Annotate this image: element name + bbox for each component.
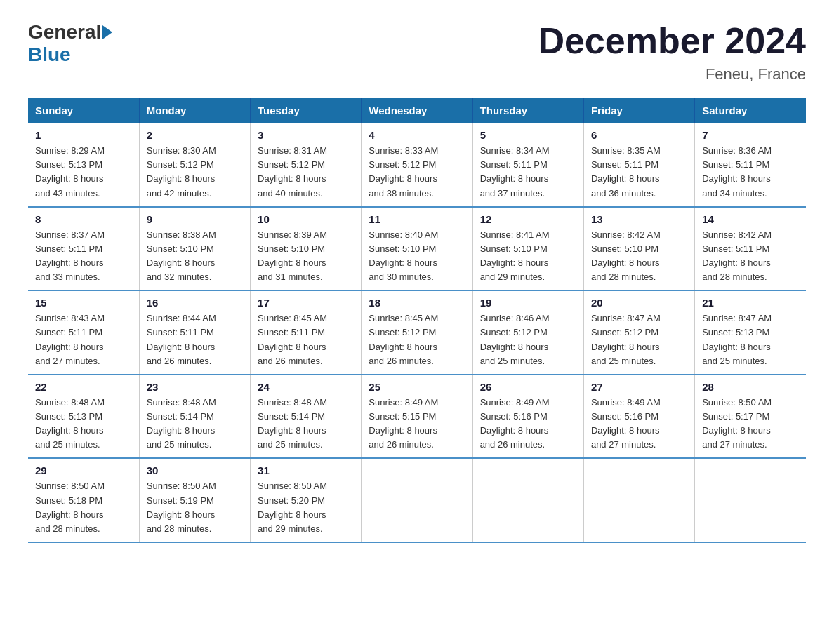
day-info: Sunrise: 8:31 AM Sunset: 5:12 PM Dayligh… (258, 144, 354, 201)
day-number: 3 (258, 129, 354, 141)
header-cell-thursday: Thursday (472, 98, 583, 123)
day-number: 1 (35, 129, 132, 141)
logo-blue-text: Blue (28, 43, 71, 66)
day-number: 5 (480, 129, 576, 141)
day-cell-7: 7Sunrise: 8:36 AM Sunset: 5:11 PM Daylig… (695, 123, 806, 207)
day-cell-12: 12Sunrise: 8:41 AM Sunset: 5:10 PM Dayli… (472, 207, 583, 291)
day-info: Sunrise: 8:35 AM Sunset: 5:11 PM Dayligh… (591, 144, 687, 201)
day-info: Sunrise: 8:47 AM Sunset: 5:13 PM Dayligh… (702, 311, 799, 368)
day-cell-19: 19Sunrise: 8:46 AM Sunset: 5:12 PM Dayli… (472, 290, 583, 375)
logo-general-text: General (28, 21, 101, 43)
day-number: 8 (35, 213, 132, 225)
day-number: 16 (147, 297, 243, 309)
day-info: Sunrise: 8:40 AM Sunset: 5:10 PM Dayligh… (369, 228, 465, 285)
day-number: 31 (258, 464, 354, 476)
day-cell-2: 2Sunrise: 8:30 AM Sunset: 5:12 PM Daylig… (139, 123, 250, 207)
empty-cell (695, 458, 806, 542)
day-info: Sunrise: 8:30 AM Sunset: 5:12 PM Dayligh… (147, 144, 243, 201)
day-cell-14: 14Sunrise: 8:42 AM Sunset: 5:11 PM Dayli… (695, 207, 806, 291)
day-cell-13: 13Sunrise: 8:42 AM Sunset: 5:10 PM Dayli… (583, 207, 694, 291)
week-row-1: 1Sunrise: 8:29 AM Sunset: 5:13 PM Daylig… (28, 123, 806, 207)
day-info: Sunrise: 8:42 AM Sunset: 5:11 PM Dayligh… (702, 228, 799, 285)
day-number: 14 (702, 213, 799, 225)
header-cell-wednesday: Wednesday (362, 98, 472, 123)
day-info: Sunrise: 8:36 AM Sunset: 5:11 PM Dayligh… (702, 144, 799, 201)
day-cell-9: 9Sunrise: 8:38 AM Sunset: 5:10 PM Daylig… (139, 207, 250, 291)
day-number: 13 (591, 213, 687, 225)
day-number: 26 (480, 381, 576, 393)
week-row-2: 8Sunrise: 8:37 AM Sunset: 5:11 PM Daylig… (28, 207, 806, 291)
day-number: 18 (369, 297, 465, 309)
day-cell-24: 24Sunrise: 8:48 AM Sunset: 5:14 PM Dayli… (251, 375, 362, 459)
calendar-table: SundayMondayTuesdayWednesdayThursdayFrid… (28, 98, 806, 543)
week-row-5: 29Sunrise: 8:50 AM Sunset: 5:18 PM Dayli… (28, 458, 806, 542)
day-cell-22: 22Sunrise: 8:48 AM Sunset: 5:13 PM Dayli… (28, 375, 139, 459)
day-info: Sunrise: 8:44 AM Sunset: 5:11 PM Dayligh… (147, 311, 243, 368)
day-number: 27 (591, 381, 687, 393)
day-cell-6: 6Sunrise: 8:35 AM Sunset: 5:11 PM Daylig… (583, 123, 694, 207)
day-number: 17 (258, 297, 354, 309)
page-header: General Blue December 2024 Feneu, France (28, 21, 806, 83)
header-cell-friday: Friday (583, 98, 694, 123)
day-info: Sunrise: 8:45 AM Sunset: 5:11 PM Dayligh… (258, 311, 354, 368)
day-info: Sunrise: 8:39 AM Sunset: 5:10 PM Dayligh… (258, 228, 354, 285)
day-cell-21: 21Sunrise: 8:47 AM Sunset: 5:13 PM Dayli… (695, 290, 806, 375)
day-info: Sunrise: 8:50 AM Sunset: 5:19 PM Dayligh… (147, 479, 243, 536)
day-number: 2 (147, 129, 243, 141)
day-info: Sunrise: 8:48 AM Sunset: 5:14 PM Dayligh… (258, 396, 354, 452)
day-info: Sunrise: 8:46 AM Sunset: 5:12 PM Dayligh… (480, 311, 576, 368)
header-cell-sunday: Sunday (28, 98, 139, 123)
day-info: Sunrise: 8:41 AM Sunset: 5:10 PM Dayligh… (480, 228, 576, 285)
day-cell-8: 8Sunrise: 8:37 AM Sunset: 5:11 PM Daylig… (28, 207, 139, 291)
header-cell-tuesday: Tuesday (251, 98, 362, 123)
day-cell-25: 25Sunrise: 8:49 AM Sunset: 5:15 PM Dayli… (362, 375, 472, 459)
day-number: 9 (147, 213, 243, 225)
day-number: 30 (147, 464, 243, 476)
day-cell-31: 31Sunrise: 8:50 AM Sunset: 5:20 PM Dayli… (251, 458, 362, 542)
day-cell-5: 5Sunrise: 8:34 AM Sunset: 5:11 PM Daylig… (472, 123, 583, 207)
day-cell-27: 27Sunrise: 8:49 AM Sunset: 5:16 PM Dayli… (583, 375, 694, 459)
empty-cell (583, 458, 694, 542)
day-cell-30: 30Sunrise: 8:50 AM Sunset: 5:19 PM Dayli… (139, 458, 250, 542)
week-row-4: 22Sunrise: 8:48 AM Sunset: 5:13 PM Dayli… (28, 375, 806, 459)
day-number: 22 (35, 381, 132, 393)
day-number: 29 (35, 464, 132, 476)
day-cell-10: 10Sunrise: 8:39 AM Sunset: 5:10 PM Dayli… (251, 207, 362, 291)
day-cell-23: 23Sunrise: 8:48 AM Sunset: 5:14 PM Dayli… (139, 375, 250, 459)
day-number: 23 (147, 381, 243, 393)
day-number: 7 (702, 129, 799, 141)
day-info: Sunrise: 8:29 AM Sunset: 5:13 PM Dayligh… (35, 144, 132, 201)
header-cell-saturday: Saturday (695, 98, 806, 123)
day-cell-17: 17Sunrise: 8:45 AM Sunset: 5:11 PM Dayli… (251, 290, 362, 375)
day-number: 6 (591, 129, 687, 141)
day-cell-26: 26Sunrise: 8:49 AM Sunset: 5:16 PM Dayli… (472, 375, 583, 459)
day-info: Sunrise: 8:50 AM Sunset: 5:18 PM Dayligh… (35, 479, 132, 536)
day-number: 24 (258, 381, 354, 393)
empty-cell (362, 458, 472, 542)
day-cell-11: 11Sunrise: 8:40 AM Sunset: 5:10 PM Dayli… (362, 207, 472, 291)
day-number: 15 (35, 297, 132, 309)
day-info: Sunrise: 8:33 AM Sunset: 5:12 PM Dayligh… (369, 144, 465, 201)
day-info: Sunrise: 8:42 AM Sunset: 5:10 PM Dayligh… (591, 228, 687, 285)
day-number: 10 (258, 213, 354, 225)
day-info: Sunrise: 8:48 AM Sunset: 5:14 PM Dayligh… (147, 396, 243, 452)
day-cell-1: 1Sunrise: 8:29 AM Sunset: 5:13 PM Daylig… (28, 123, 139, 207)
day-info: Sunrise: 8:38 AM Sunset: 5:10 PM Dayligh… (147, 228, 243, 285)
day-info: Sunrise: 8:49 AM Sunset: 5:15 PM Dayligh… (369, 396, 465, 452)
day-cell-15: 15Sunrise: 8:43 AM Sunset: 5:11 PM Dayli… (28, 290, 139, 375)
day-number: 20 (591, 297, 687, 309)
page-title: December 2024 (538, 21, 806, 61)
logo: General Blue (28, 21, 114, 66)
day-info: Sunrise: 8:43 AM Sunset: 5:11 PM Dayligh… (35, 311, 132, 368)
day-info: Sunrise: 8:50 AM Sunset: 5:20 PM Dayligh… (258, 479, 354, 536)
logo-arrow-icon (102, 25, 112, 39)
header-cell-monday: Monday (139, 98, 250, 123)
title-section: December 2024 Feneu, France (538, 21, 806, 83)
day-info: Sunrise: 8:50 AM Sunset: 5:17 PM Dayligh… (702, 396, 799, 452)
day-cell-3: 3Sunrise: 8:31 AM Sunset: 5:12 PM Daylig… (251, 123, 362, 207)
day-number: 12 (480, 213, 576, 225)
day-number: 28 (702, 381, 799, 393)
day-cell-16: 16Sunrise: 8:44 AM Sunset: 5:11 PM Dayli… (139, 290, 250, 375)
day-number: 25 (369, 381, 465, 393)
day-info: Sunrise: 8:37 AM Sunset: 5:11 PM Dayligh… (35, 228, 132, 285)
